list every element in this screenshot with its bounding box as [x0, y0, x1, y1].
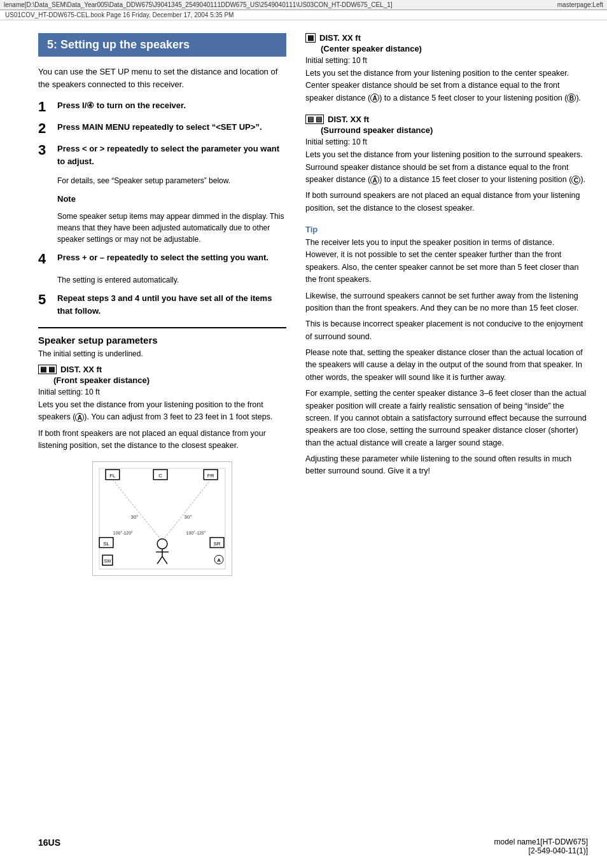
tip-section: Tip The receiver lets you to input the s… [305, 225, 588, 478]
surround-speaker-body1: Lets you set the distance from your list… [305, 149, 588, 186]
step-num-2: 2 [38, 121, 52, 136]
header-bar: lename[D:\Data_SEM\Data_Year005\Data_DDW… [0, 0, 607, 10]
center-speaker-initial: Initial setting: 10 ft [305, 56, 588, 65]
diagram-svg: FL C FR SL SR [93, 462, 232, 575]
note-text: Some speaker setup items may appear dimm… [57, 211, 286, 245]
circle-a-surround: A [370, 176, 379, 185]
svg-line-17 [164, 479, 211, 538]
page-number: 16US [38, 837, 60, 855]
step-1: 1 Press I/④ to turn on the receiver. [38, 99, 286, 115]
front-speaker-dist-label: DIST. XX ft [60, 365, 102, 374]
step-5: 5 Repeat steps 3 and 4 until you have se… [38, 292, 286, 317]
svg-text:FL: FL [109, 472, 116, 478]
tip-para-2: Likewise, the surround speakers cannot b… [305, 290, 588, 315]
step-3-sub: For details, see “Speaker setup paramete… [57, 175, 230, 186]
tip-para-5: For example, setting the center speaker … [305, 388, 588, 449]
header-left-text: lename[D:\Data_SEM\Data_Year005\Data_DDW… [4, 1, 393, 8]
step-num-4: 4 [38, 251, 52, 267]
center-speaker-dist-label: DIST. XX ft [319, 33, 361, 43]
center-speaker-title: ▩ DIST. XX ft [305, 33, 588, 43]
front-speaker-body2: If both front speakers are not placed an… [38, 428, 286, 452]
front-speaker-initial: Initial setting: 10 ft [38, 388, 286, 396]
page-content: 5: Setting up the speakers You can use t… [0, 20, 607, 589]
note-title: Note [57, 193, 76, 206]
section-divider [38, 327, 286, 328]
svg-text:100°-120°: 100°-120° [113, 530, 133, 535]
step-text-1: Press I/④ to turn on the receiver. [57, 99, 186, 112]
page-footer: 16US model name1[HT-DDW675][2-549-040-11… [0, 837, 607, 855]
surround-speaker-initial: Initial setting: 10 ft [305, 137, 588, 146]
tip-para-1: The receiver lets you to input the speak… [305, 237, 588, 286]
step-3: 3 Press < or > repeatedly to select the … [38, 143, 286, 186]
tip-title: Tip [305, 225, 588, 234]
svg-line-14 [157, 556, 162, 564]
step-text-3: Press < or > repeatedly to select the pa… [57, 143, 286, 167]
step-text-5: Repeat steps 3 and 4 until you have set … [57, 292, 286, 317]
front-speaker-subtitle: (Front speaker distance) [53, 375, 286, 385]
note-box: Note Some speaker setup items may appear… [57, 193, 286, 245]
step-2: 2 Press MAIN MENU repeatedly to select “… [38, 121, 286, 136]
surround-speaker-body2: If both surround speakers are not placed… [305, 190, 588, 214]
steps-list: 1 Press I/④ to turn on the receiver. 2 P… [38, 99, 286, 317]
svg-text:SL: SL [103, 540, 109, 546]
surround-speaker-title: ▤ ▤ DIST. XX ft [305, 115, 588, 124]
svg-text:30°: 30° [185, 514, 192, 520]
circle-a-front: A [75, 413, 84, 422]
speaker-diagram: FL C FR SL SR [92, 461, 232, 576]
header-right-text: masterpage:Left [557, 1, 603, 8]
svg-text:SW: SW [104, 559, 111, 563]
step-num-1: 1 [38, 99, 52, 115]
right-column: ▩ DIST. XX ft (Center speaker distance) … [305, 33, 588, 576]
step-text-4: Press + or – repeatedly to select the se… [57, 251, 269, 264]
front-speaker-icon: ▩ ▩ [38, 365, 57, 374]
surround-speaker-dist-label: DIST. XX ft [328, 115, 369, 124]
center-speaker-subtitle: (Center speaker distance) [321, 44, 588, 53]
tip-para-6: Adjusting these parameter while listenin… [305, 453, 588, 478]
svg-text:SR: SR [214, 540, 221, 546]
svg-point-11 [157, 538, 167, 549]
step-num-3: 3 [38, 143, 52, 158]
surround-speaker-subtitle: (Surround speaker distance) [321, 125, 588, 135]
svg-text:FR: FR [207, 472, 214, 478]
tip-para-3: This is because incorrect speaker placem… [305, 318, 588, 343]
circle-b-center: B [567, 94, 576, 102]
circle-c-surround: C [571, 176, 580, 185]
svg-text:A: A [217, 557, 221, 563]
left-column: 5: Setting up the speakers You can use t… [38, 33, 286, 576]
center-speaker-icon: ▩ [305, 33, 316, 43]
speaker-params-title: Speaker setup parameters [38, 335, 286, 346]
step-num-5: 5 [38, 292, 52, 307]
front-speaker-param: ▩ ▩ DIST. XX ft (Front speaker distance)… [38, 365, 286, 452]
step-4-sub: The setting is entered automatically. [57, 274, 179, 286]
front-speaker-title: ▩ ▩ DIST. XX ft [38, 365, 286, 374]
surround-speaker-param: ▤ ▤ DIST. XX ft (Surround speaker distan… [305, 115, 588, 214]
step-4: 4 Press + or – repeatedly to select the … [38, 251, 286, 286]
sub-header-text: US01COV_HT-DDW675-CEL.book Page 16 Frida… [5, 11, 234, 18]
front-speaker-body: Lets you set the distance from your list… [38, 399, 286, 424]
tip-para-4: Please note that, setting the speaker di… [305, 347, 588, 384]
sub-header: US01COV_HT-DDW675-CEL.book Page 16 Frida… [0, 10, 607, 20]
surround-speaker-icon: ▤ ▤ [305, 115, 324, 124]
svg-text:C: C [158, 472, 162, 478]
model-name: model name1[HT-DDW675][2-549-040-11(1)] [494, 837, 588, 855]
initial-setting-underline-note: The initial setting is underlined. [38, 349, 286, 358]
center-speaker-param: ▩ DIST. XX ft (Center speaker distance) … [305, 33, 588, 104]
section-title: 5: Setting up the speakers [38, 33, 286, 57]
center-speaker-body: Lets you set the distance from your list… [305, 67, 588, 104]
svg-text:100°-120°: 100°-120° [186, 530, 206, 535]
circle-a-center: A [370, 94, 379, 102]
intro-paragraph: You can use the SET UP menu to set the d… [38, 66, 286, 90]
svg-line-15 [162, 556, 167, 564]
svg-line-16 [113, 479, 160, 538]
step-text-2: Press MAIN MENU repeatedly to select “<S… [57, 121, 262, 134]
svg-text:30°: 30° [131, 514, 139, 520]
